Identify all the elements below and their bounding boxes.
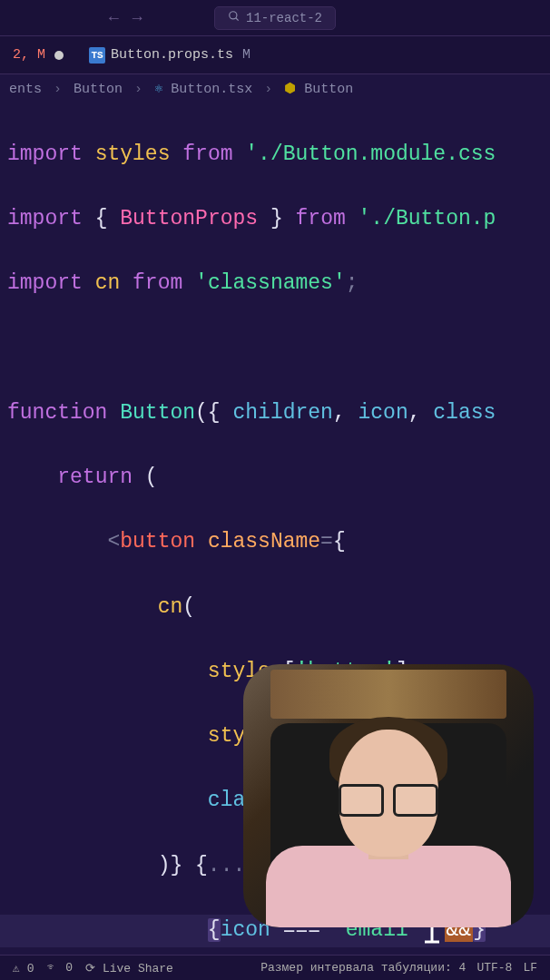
breadcrumb[interactable]: ents › Button › ⚛ Button.tsx › ⬢ Button xyxy=(0,74,550,103)
token-import: import xyxy=(7,271,83,295)
svg-point-0 xyxy=(230,11,237,18)
token-semi: ; xyxy=(346,271,358,295)
token-ident: cn xyxy=(158,595,183,619)
liveshare-icon: ⟳ xyxy=(85,962,95,975)
token-brace: } xyxy=(270,207,283,230)
token-from: from xyxy=(133,271,182,295)
eol-status[interactable]: LF xyxy=(523,961,537,975)
token-type: ButtonProps xyxy=(120,207,258,230)
search-icon xyxy=(228,10,241,26)
svg-line-1 xyxy=(236,17,239,20)
search-placeholder: 11-react-2 xyxy=(246,11,322,25)
tab-first-label: 2, M xyxy=(13,47,45,63)
token-ident: styles xyxy=(95,142,171,166)
antenna-icon: ᯤ xyxy=(46,961,58,975)
signal-status[interactable]: ᯤ 0 xyxy=(46,961,73,975)
signal-count: 0 xyxy=(65,961,73,975)
tab-second-mod: M xyxy=(242,47,250,63)
breadcrumb-part-4: Button xyxy=(304,82,353,97)
token-import: import xyxy=(7,207,83,230)
token-string: './Button.module.css xyxy=(245,142,496,166)
breadcrumb-part-1: ents xyxy=(9,82,42,97)
token-ident: cn xyxy=(95,271,121,295)
token-from: from xyxy=(182,142,232,166)
token-import: import xyxy=(7,142,83,166)
warning-icon: ⚠ xyxy=(13,962,20,975)
tab-button-props[interactable]: TS Button.props.ts M xyxy=(76,40,263,71)
webcam-overlay xyxy=(243,664,534,927)
token-param: class xyxy=(433,401,496,425)
tab-second-label: Button.props.ts xyxy=(111,47,233,63)
token-string: 'classnames' xyxy=(195,271,346,295)
token-return: return xyxy=(57,466,133,489)
liveshare-status[interactable]: ⟳ Live Share xyxy=(85,961,173,975)
token-from: from xyxy=(296,207,346,230)
search-box[interactable]: 11-react-2 xyxy=(214,6,336,30)
symbol-icon: ⬢ xyxy=(284,82,296,97)
encoding-status[interactable]: UTF-8 xyxy=(476,961,512,975)
token-func-name: Button xyxy=(120,401,195,425)
typescript-icon: TS xyxy=(89,47,105,64)
tab-bar: 2, M TS Button.props.ts M xyxy=(0,36,550,74)
status-bar: ⚠ 0 ᯤ 0 ⟳ Live Share Размер интервала та… xyxy=(0,955,550,980)
token-string: './Button.p xyxy=(358,207,496,230)
breadcrumb-sep: › xyxy=(134,82,142,97)
title-bar: ← → 11-react-2 xyxy=(0,0,550,36)
token-brace: { xyxy=(95,207,108,230)
nav-arrows: ← → xyxy=(109,9,142,27)
breadcrumb-part-2: Button xyxy=(74,82,123,97)
warnings-count: 0 xyxy=(27,962,34,975)
warnings-status[interactable]: ⚠ 0 xyxy=(13,961,34,975)
forward-arrow-icon[interactable]: → xyxy=(133,9,142,27)
token-jsx-tag: button xyxy=(120,530,195,554)
token-attr: className xyxy=(208,530,320,554)
react-icon: ⚛ xyxy=(154,82,162,97)
tab-size-status[interactable]: Размер интервала табуляции: 4 xyxy=(260,961,466,975)
back-arrow-icon[interactable]: ← xyxy=(109,9,119,27)
breadcrumb-sep: › xyxy=(264,82,272,97)
unsaved-dot-icon xyxy=(54,51,64,60)
breadcrumb-sep: › xyxy=(54,82,62,97)
tab-first[interactable]: 2, M xyxy=(0,40,76,70)
token-function-kw: function xyxy=(7,401,107,425)
breadcrumb-part-3: Button.tsx xyxy=(171,82,252,97)
token-param: icon xyxy=(358,401,408,425)
token-param: children xyxy=(232,401,332,425)
liveshare-label: Live Share xyxy=(103,962,173,975)
